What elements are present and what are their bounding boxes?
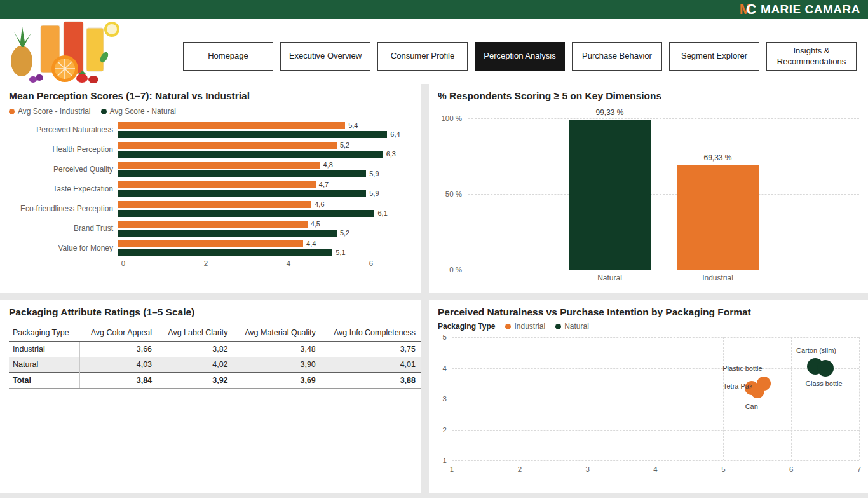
- y-axis: 0 %50 %100 %: [438, 118, 468, 270]
- pineapple-icon: [11, 46, 32, 76]
- bar[interactable]: [118, 162, 320, 169]
- bar[interactable]: [118, 151, 383, 158]
- scatter-point[interactable]: [817, 360, 834, 377]
- cell-value: 3,84: [79, 373, 157, 389]
- table-row[interactable]: Industrial3,663,823,483,75: [9, 342, 421, 357]
- tab-executive-overview[interactable]: Executive Overview: [280, 42, 370, 71]
- bar-group: Value for Money4,45,1: [9, 239, 412, 257]
- bar-value-label: 6,3: [386, 150, 396, 158]
- plot-column: Plastic bottleTetra PakCanCarton (slim)G…: [452, 337, 859, 476]
- app-header-bar: M C MARIE CAMARA: [0, 0, 868, 19]
- bar[interactable]: [118, 221, 308, 228]
- bar[interactable]: [677, 165, 759, 270]
- bar[interactable]: [118, 240, 303, 247]
- bar-value-label: 4,5: [311, 220, 320, 228]
- legend: Avg Score - IndustrialAvg Score - Natura…: [9, 107, 412, 116]
- legend-item[interactable]: Avg Score - Industrial: [9, 107, 91, 116]
- grouped-bar-chart: Avg Score - IndustrialAvg Score - Natura…: [9, 107, 412, 271]
- bar-line: 5,9: [118, 169, 412, 178]
- bar[interactable]: [118, 142, 337, 149]
- tab-segment-explorer[interactable]: Segment Explorer: [669, 42, 759, 71]
- plot-column: 99,33 %69,33 %NaturalIndustrial: [468, 118, 859, 282]
- panel-respondents-scoring: % Respondents Scoring ≥ 5 on Key Dimensi…: [429, 84, 868, 293]
- gridline: [452, 460, 859, 461]
- bar-group: Health Perception5,26,3: [9, 141, 412, 158]
- bar[interactable]: [118, 131, 387, 138]
- cell-value: 3,69: [233, 373, 321, 389]
- legend-item[interactable]: Natural: [555, 322, 589, 331]
- chart-title: Mean Perception Scores (1–7): Natural vs…: [9, 90, 412, 102]
- nav-bar: Homepage Executive Overview Consumer Pro…: [0, 19, 868, 84]
- axis-tick-label: 1: [443, 457, 447, 464]
- bar-group: Brand Trust4,55,2: [9, 219, 412, 237]
- bar-line: 5,2: [118, 228, 412, 237]
- bar[interactable]: [118, 122, 345, 129]
- axis-tick-label: 6: [789, 466, 793, 473]
- panel-mean-perception-scores: Mean Perception Scores (1–7): Natural vs…: [0, 84, 421, 293]
- table-row[interactable]: Total3,843,923,693,88: [9, 373, 421, 389]
- column-header[interactable]: Avg Info Completeness: [321, 324, 421, 342]
- bar[interactable]: [118, 190, 366, 197]
- category-label: Eco-friendliness Perception: [9, 204, 118, 213]
- bar[interactable]: [118, 170, 366, 177]
- tab-insights-recommendations[interactable]: Insights & Recommendations: [766, 42, 857, 71]
- bar-pair: 4,45,1: [118, 239, 412, 257]
- bar[interactable]: [118, 201, 311, 208]
- cell-value: 3,88: [321, 373, 421, 389]
- scatter-point[interactable]: [750, 384, 764, 398]
- bar-value-label: 5,4: [348, 121, 358, 129]
- chart-title: Perceived Naturalness vs Purchase Intent…: [438, 307, 859, 318]
- bar-pair: 5,46,4: [118, 121, 412, 139]
- bar[interactable]: [569, 120, 651, 270]
- legend-title: Packaging Type: [438, 322, 495, 331]
- legend-item[interactable]: Industrial: [505, 322, 545, 331]
- bar-column: 99,33 %: [569, 118, 651, 270]
- legend-item[interactable]: Avg Score - Natural: [101, 107, 177, 116]
- bar-line: 4,7: [118, 180, 412, 189]
- column-header[interactable]: Avg Color Appeal: [79, 324, 157, 342]
- bar-line: 6,4: [118, 130, 412, 139]
- bar-pair: 4,55,2: [118, 219, 412, 237]
- tab-perception-analysis[interactable]: Perception Analysis: [475, 42, 565, 71]
- bar[interactable]: [118, 249, 332, 256]
- row-header: Natural: [9, 357, 79, 373]
- bar[interactable]: [118, 230, 337, 237]
- gridline: [452, 368, 859, 369]
- bar[interactable]: [118, 210, 374, 217]
- table-row[interactable]: Natural4,034,023,904,01: [9, 357, 421, 373]
- panel-naturalness-vs-intention: Perceived Naturalness vs Purchase Intent…: [429, 300, 868, 493]
- bar-group: Perceived Naturalness5,46,4: [9, 121, 412, 139]
- point-label: Carton (slim): [796, 347, 836, 354]
- gridline: [452, 337, 859, 338]
- tab-consumer-profile[interactable]: Consumer Profile: [377, 42, 468, 71]
- category-label: Perceived Quality: [9, 165, 118, 174]
- bar-value-label: 4,8: [323, 161, 332, 169]
- tab-homepage[interactable]: Homepage: [183, 42, 273, 71]
- legend-label: Avg Score - Industrial: [18, 107, 91, 116]
- page-nav: Homepage Executive Overview Consumer Pro…: [183, 42, 857, 71]
- tab-purchase-behavior[interactable]: Purchase Behavior: [572, 42, 662, 71]
- bar-pair: 4,75,9: [118, 180, 412, 198]
- axis-tick-label: 2: [518, 466, 522, 473]
- bar-column: 69,33 %: [677, 118, 759, 270]
- legend-dot-icon: [101, 109, 107, 114]
- bar[interactable]: [118, 181, 316, 188]
- axis-tick-label: 0 %: [449, 266, 462, 273]
- bar-line: 4,4: [118, 239, 412, 248]
- axis-tick-label: 6: [369, 259, 373, 267]
- category-label: Perceived Naturalness: [9, 125, 118, 134]
- gridline: [452, 430, 859, 431]
- category-label: Health Perception: [9, 145, 118, 154]
- column-header[interactable]: Packaging Type: [9, 324, 79, 342]
- legend-label: Avg Score - Natural: [110, 107, 177, 116]
- cell-value: 3,75: [321, 342, 421, 357]
- column-header[interactable]: Avg Label Clarity: [157, 324, 233, 342]
- column-header[interactable]: Avg Material Quality: [233, 324, 321, 342]
- chart-title: % Respondents Scoring ≥ 5 on Key Dimensi…: [438, 90, 859, 102]
- axis-tick-label: 5: [721, 466, 725, 473]
- bar-value-label: 5,2: [340, 229, 349, 237]
- bar-line: 6,3: [118, 149, 412, 158]
- axis-tick-label: 3: [443, 395, 447, 403]
- bar-line: 5,4: [118, 121, 412, 130]
- bar-line: 5,9: [118, 189, 412, 198]
